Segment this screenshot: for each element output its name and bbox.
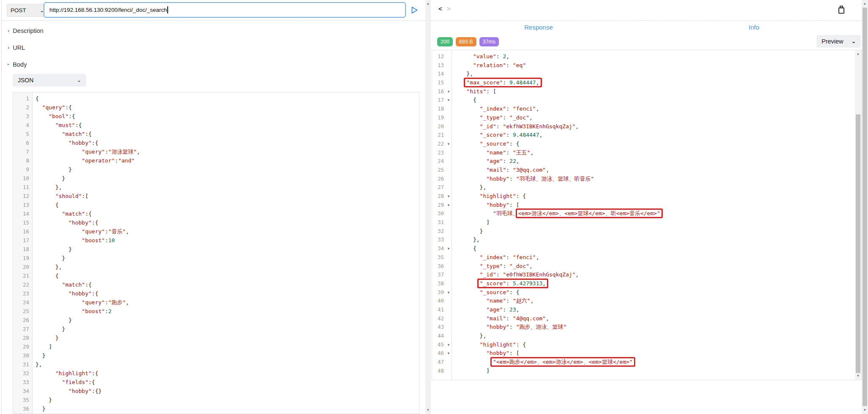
code-line: 32 } bbox=[432, 227, 861, 236]
line-number-label: 41 bbox=[432, 306, 446, 314]
line-number: 8 bbox=[13, 156, 32, 165]
section-url[interactable]: › URL bbox=[8, 43, 25, 52]
line-number: 18 bbox=[432, 105, 452, 114]
code-text: ] bbox=[32, 342, 52, 351]
code-text: "boost":2 bbox=[32, 307, 112, 316]
scrollbar-thumb[interactable] bbox=[863, 8, 867, 406]
code-line: 1{ bbox=[13, 94, 419, 103]
line-number-label: 22 bbox=[23, 280, 29, 289]
code-text: "query":"音乐", bbox=[32, 227, 129, 236]
code-text: } bbox=[32, 351, 45, 360]
line-number-label: 21 bbox=[23, 271, 29, 280]
code-text: }, bbox=[32, 183, 62, 192]
line-number: 26 bbox=[432, 175, 452, 184]
line-number: 23 bbox=[13, 289, 32, 298]
response-scrollbar[interactable]: ▲ ▼ bbox=[855, 50, 861, 380]
fold-arrow-icon[interactable]: ▾ bbox=[446, 288, 452, 297]
chevron-down-icon: ⌄ bbox=[852, 38, 856, 44]
response-view-select[interactable]: Preview ⌄ bbox=[816, 35, 861, 48]
code-text: "hobby": "羽毛球、游泳、篮球、听音乐" bbox=[452, 175, 594, 184]
history-forward-button[interactable]: > bbox=[447, 5, 451, 12]
line-number: 35 bbox=[13, 395, 32, 404]
line-number: 22 bbox=[13, 280, 32, 289]
fold-arrow-icon[interactable]: ▾ bbox=[446, 87, 452, 96]
line-number-label: 28 bbox=[23, 333, 29, 342]
line-number: 42 bbox=[432, 314, 452, 323]
code-line: 35 "_index": "fenci", bbox=[432, 253, 861, 262]
fold-arrow-icon[interactable]: ▾ bbox=[446, 201, 452, 210]
fold-arrow-icon[interactable]: ▾ bbox=[446, 244, 452, 253]
fold-arrow-icon[interactable]: ▾ bbox=[446, 96, 452, 105]
line-number-label: 35 bbox=[432, 253, 446, 262]
scroll-down-icon[interactable]: ▼ bbox=[855, 373, 861, 379]
panel-scrollbar[interactable]: ▲ ▼ bbox=[425, 0, 431, 414]
fold-arrow-icon[interactable]: ▾ bbox=[446, 349, 452, 358]
code-line: 48 ] bbox=[432, 367, 861, 376]
scroll-up-icon[interactable]: ▲ bbox=[425, 1, 431, 7]
response-viewer[interactable]: 12 "value": 2,13 "relation": "eq"14 },15… bbox=[432, 50, 862, 380]
method-select[interactable]: POST ⌄ bbox=[7, 4, 48, 17]
code-line: 37 "_id": "e0fhW3IBKEnhGsqkqZaj", bbox=[432, 271, 861, 279]
line-number: 5 bbox=[13, 130, 32, 138]
code-text: "_source": { bbox=[452, 140, 520, 149]
history-back-button[interactable]: < bbox=[438, 5, 442, 12]
line-number: 27 bbox=[13, 325, 32, 333]
code-text: } bbox=[32, 174, 65, 183]
code-line: 23 "hobby":{ bbox=[13, 289, 419, 298]
delete-response-button[interactable] bbox=[837, 5, 846, 16]
topbar-divider bbox=[2, 20, 425, 21]
code-line: 41 "age": 23, bbox=[432, 306, 861, 314]
line-number: 24 bbox=[13, 298, 32, 307]
code-line: 2 "query":{ bbox=[13, 103, 419, 112]
line-number: 48 bbox=[432, 367, 452, 376]
code-text: "_source": { bbox=[452, 288, 520, 297]
url-input[interactable]: http://192.168.56.130:9200/fenci/_doc/_s… bbox=[44, 2, 406, 18]
code-line: 33 "fields":{ bbox=[13, 378, 419, 387]
scroll-up-icon[interactable]: ▲ bbox=[862, 1, 868, 7]
code-line: 18 } bbox=[13, 245, 419, 254]
section-body[interactable]: › Body bbox=[8, 60, 27, 69]
code-line: 35 } bbox=[13, 395, 419, 404]
status-badges: 200693 B37ms bbox=[437, 37, 502, 46]
line-number-label: 7 bbox=[26, 147, 29, 156]
line-number-label: 2 bbox=[26, 103, 29, 112]
code-text: "hobby":{} bbox=[32, 387, 102, 395]
fold-arrow-icon[interactable]: ▾ bbox=[446, 140, 452, 149]
code-line: 33 }, bbox=[432, 235, 861, 244]
code-line: 11 }, bbox=[13, 183, 419, 192]
tab-info[interactable]: Info bbox=[646, 24, 862, 31]
code-line: 20 "_id": "ekfhW3IBKEnhGsqkqZaj", bbox=[432, 122, 861, 131]
code-line: 16▾ "hits": [ bbox=[432, 87, 861, 96]
body-type-select[interactable]: JSON ⌄ bbox=[13, 74, 86, 87]
section-description[interactable]: › Description bbox=[8, 27, 44, 35]
fold-arrow-icon[interactable]: ▾ bbox=[446, 341, 452, 349]
request-body-editor[interactable]: 1{2 "query":{3 "bool":{4 "must":{5 "matc… bbox=[13, 92, 419, 414]
line-number-label: 19 bbox=[23, 254, 29, 262]
scrollbar-thumb[interactable] bbox=[856, 114, 860, 373]
line-number: 30 bbox=[432, 209, 452, 218]
line-number-label: 16 bbox=[432, 87, 446, 96]
scroll-down-icon[interactable]: ▼ bbox=[862, 407, 868, 413]
fold-arrow-icon[interactable]: ▾ bbox=[446, 192, 452, 201]
line-number: 16 bbox=[13, 227, 32, 236]
code-line: 28 } bbox=[13, 333, 419, 342]
window-scrollbar[interactable]: ▲ ▼ bbox=[862, 0, 868, 414]
scroll-down-icon[interactable]: ▼ bbox=[425, 407, 431, 413]
line-number-label: 17 bbox=[23, 236, 29, 245]
code-line: 8 "operator":"and" bbox=[13, 156, 419, 165]
line-number: 41 bbox=[432, 306, 452, 314]
line-number-label: 14 bbox=[432, 70, 446, 78]
line-number-label: 22 bbox=[432, 140, 446, 149]
code-text: }, bbox=[32, 262, 62, 271]
code-line: 15 "hobby":{ bbox=[13, 218, 419, 227]
tab-response[interactable]: Response bbox=[431, 24, 646, 31]
line-number-label: 5 bbox=[26, 130, 29, 138]
line-number-label: 38 bbox=[432, 279, 446, 288]
code-line: 6 "hobby":{ bbox=[13, 138, 419, 147]
send-button[interactable] bbox=[409, 5, 420, 16]
code-line: 29▾ "hobby": [ bbox=[432, 201, 861, 210]
scroll-up-icon[interactable]: ▲ bbox=[855, 51, 861, 57]
line-number: 33 bbox=[432, 235, 452, 244]
code-text: "_score": 5.4279313, bbox=[452, 279, 546, 288]
line-number-label: 19 bbox=[432, 114, 446, 122]
